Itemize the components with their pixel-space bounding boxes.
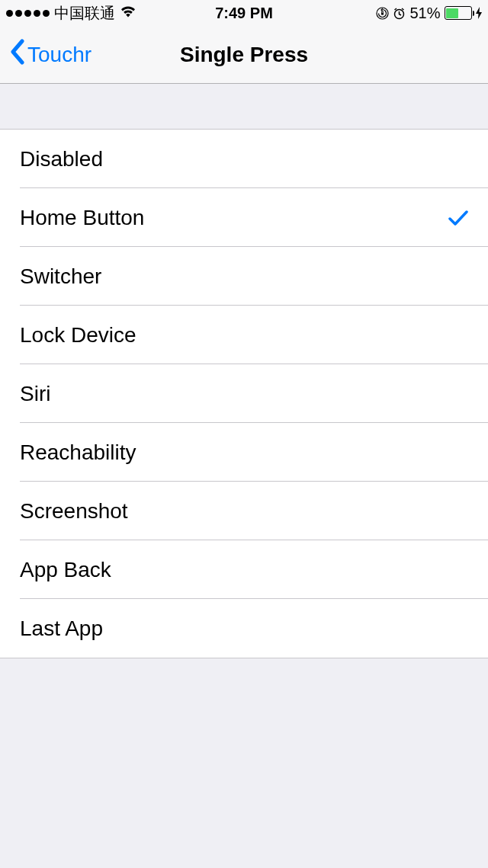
list-item[interactable]: App Back	[0, 540, 488, 599]
list-item-label: Disabled	[20, 147, 103, 171]
signal-strength-icon	[6, 10, 50, 17]
list-item[interactable]: Siri	[0, 364, 488, 423]
status-bar: 中国联通 7:49 PM 51%	[0, 0, 488, 26]
list-item-label: Last App	[20, 617, 103, 641]
chevron-left-icon	[9, 39, 26, 70]
back-button[interactable]: Touchr	[9, 39, 92, 70]
list-item-label: Siri	[20, 382, 50, 406]
checkmark-icon	[448, 210, 468, 226]
list-item-label: App Back	[20, 558, 111, 582]
list-item[interactable]: Disabled	[0, 130, 488, 188]
list-item[interactable]: Lock Device	[0, 306, 488, 364]
battery-percent: 51%	[409, 5, 440, 22]
list-item-label: Home Button	[20, 206, 144, 230]
battery-icon	[445, 6, 483, 20]
options-list: DisabledHome ButtonSwitcherLock DeviceSi…	[0, 129, 488, 658]
list-item[interactable]: Screenshot	[0, 482, 488, 540]
back-label: Touchr	[27, 43, 92, 67]
carrier-label: 中国联通	[54, 3, 115, 24]
orientation-lock-icon	[376, 7, 389, 20]
alarm-icon	[393, 7, 406, 20]
list-item-label: Screenshot	[20, 499, 128, 524]
navigation-bar: Touchr Single Press	[0, 26, 488, 84]
wifi-icon	[120, 5, 136, 22]
status-left: 中国联通	[6, 3, 136, 24]
status-right: 51%	[376, 5, 482, 22]
svg-rect-1	[381, 12, 384, 14]
status-time: 7:49 PM	[215, 5, 273, 22]
list-item-label: Reachability	[20, 440, 136, 465]
charging-bolt-icon	[476, 7, 482, 19]
list-item[interactable]: Reachability	[0, 423, 488, 482]
list-item[interactable]: Last App	[0, 599, 488, 658]
section-spacer	[0, 84, 488, 129]
list-item-label: Lock Device	[20, 323, 136, 348]
page-title: Single Press	[180, 43, 308, 67]
list-item[interactable]: Switcher	[0, 247, 488, 306]
list-item[interactable]: Home Button	[0, 188, 488, 247]
list-item-label: Switcher	[20, 264, 101, 289]
